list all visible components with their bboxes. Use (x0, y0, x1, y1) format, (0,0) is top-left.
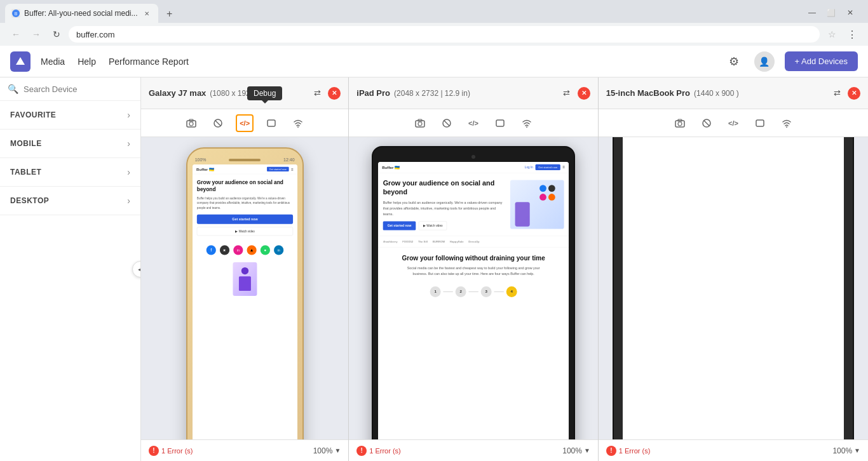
search-icon: 🔍 (8, 84, 18, 94)
address-bar[interactable]: buffer.com (69, 26, 820, 43)
category-label-desktop: DESKTOP (10, 196, 49, 205)
ipad-close-btn[interactable]: ✕ (578, 87, 590, 100)
macbook-dims: (1440 x 900 ) (694, 89, 739, 98)
browser-chrome: B Buffer: All-you-need social medi... ✕ … (0, 0, 868, 46)
macbook-sync-icon[interactable]: ⇄ (830, 86, 844, 100)
forward-btn[interactable]: → (28, 26, 44, 43)
ipad-screen: Buffer 🇺🇦 Log In Get started now ≡ (378, 162, 569, 439)
browser-tab-bar: B Buffer: All-you-need social medi... ✕ … (0, 0, 868, 23)
ipad-screenshot-icon[interactable] (438, 114, 456, 132)
camera-icon[interactable] (182, 114, 200, 132)
svg-rect-8 (268, 120, 275, 126)
gear-icon-btn[interactable]: ⚙ (724, 51, 744, 72)
macbook-errors: 1 Error (s) (619, 447, 651, 455)
minimize-btn[interactable]: — (804, 5, 820, 20)
close-window-btn[interactable]: ✕ (843, 5, 858, 20)
ipad-errors: 1 Error (s) (369, 447, 401, 455)
device-panel-macbook: 15-inch MacBook Pro (1440 x 900 ) ⇄ ✕ </… (599, 77, 868, 461)
macbook-debug-icon[interactable]: </> (724, 114, 742, 132)
sidebar-category-mobile[interactable]: MOBILE › (0, 130, 140, 158)
macbook-error-badge: ! 1 Error (s) (606, 446, 651, 456)
ipad-frame-area: Buffer 🇺🇦 Log In Get started now ≡ (349, 137, 598, 439)
ipad-sync-icon[interactable]: ⇄ (560, 86, 574, 100)
macbook-screenshot-icon[interactable] (698, 114, 715, 132)
chevron-right-icon: › (127, 110, 130, 120)
ipad-status-bar: ! 1 Error (s) 100% ▼ (349, 439, 598, 461)
nav-media[interactable]: Media (41, 57, 65, 67)
search-input[interactable] (24, 84, 133, 94)
macbook-error-icon: ! (606, 446, 616, 456)
svg-rect-15 (496, 120, 504, 126)
svg-point-16 (526, 126, 527, 128)
ipad-rotate-icon[interactable] (491, 114, 509, 132)
galaxy-errors: 1 Error (s) (161, 447, 193, 455)
app-nav: Media Help Performance Report (41, 57, 189, 67)
galaxy-phone-outer: 100% 12:40 Buffer 🇺🇦 Get started now ≡ (186, 147, 304, 439)
device-header-galaxy: Galaxy J7 max (1080 x 1920 | 5.7 in) ⇄ ✕ (141, 77, 348, 109)
back-btn[interactable]: ← (8, 26, 24, 43)
macbook-close-btn[interactable]: ✕ (848, 87, 860, 100)
user-icon-btn[interactable]: 👤 (754, 51, 775, 72)
galaxy-toolbar: </> (141, 109, 348, 137)
ipad-wifi-icon[interactable] (518, 114, 536, 132)
galaxy-zoom[interactable]: 100% ▼ (313, 446, 341, 455)
chevron-right-icon-desktop: › (127, 196, 130, 206)
sidebar-category-tablet[interactable]: TABLET › (0, 158, 140, 187)
svg-point-18 (678, 122, 682, 126)
sidebar-collapse-btn[interactable]: ◀ (132, 261, 141, 277)
ipad-error-icon: ! (356, 446, 367, 456)
galaxy-close-btn[interactable]: ✕ (328, 87, 341, 100)
search-box: 🔍 (0, 77, 140, 101)
device-header-ipad: iPad Pro (2048 x 2732 | 12.9 in) ⇄ ✕ (349, 77, 598, 109)
wifi-icon[interactable] (289, 114, 307, 132)
sidebar-category-favourite[interactable]: FAVOURITE › (0, 101, 140, 130)
device-header-macbook: 15-inch MacBook Pro (1440 x 900 ) ⇄ ✕ (599, 77, 868, 109)
rotate-icon[interactable] (262, 114, 280, 132)
svg-line-7 (215, 121, 220, 126)
ipad-zoom[interactable]: 100% ▼ (562, 446, 590, 455)
add-devices-button[interactable]: + Add Devices (785, 51, 858, 71)
close-tab-btn[interactable]: ✕ (142, 8, 152, 18)
svg-point-4 (189, 122, 193, 126)
svg-line-21 (704, 121, 709, 126)
macbook-zoom[interactable]: 100% ▼ (832, 446, 860, 455)
galaxy-title: Galaxy J7 max (149, 88, 206, 98)
macbook-toolbar: </> (599, 109, 868, 137)
macbook-frame-area: Buffer 🇺🇦 Tabs Stories Pricing Blog Abou… (599, 137, 868, 439)
reload-btn[interactable]: ↻ (48, 26, 65, 43)
svg-point-11 (418, 122, 422, 126)
svg-line-14 (444, 121, 449, 126)
svg-marker-2 (16, 57, 25, 65)
ipad-debug-icon[interactable]: </> (465, 114, 482, 132)
galaxy-error-badge: ! 1 Error (s) (149, 446, 193, 456)
galaxy-sync-icon[interactable]: ⇄ (310, 86, 324, 100)
ipad-error-badge: ! 1 Error (s) (356, 446, 401, 456)
macbook-camera-icon[interactable] (671, 114, 689, 132)
sidebar: 🔍 FAVOURITE › MOBILE › TABLET › DESKTOP … (0, 77, 141, 461)
nav-help[interactable]: Help (78, 57, 96, 67)
ipad-outer: Buffer 🇺🇦 Log In Get started now ≡ (372, 146, 575, 439)
sidebar-category-desktop[interactable]: DESKTOP › (0, 187, 140, 215)
device-panel-galaxy: Galaxy J7 max (1080 x 1920 | 5.7 in) ⇄ ✕… (141, 77, 349, 461)
browser-tab[interactable]: B Buffer: All-you-need social medi... ✕ (5, 4, 158, 23)
macbook-laptop: Buffer 🇺🇦 Tabs Stories Pricing Blog Abou… (613, 137, 854, 439)
ipad-toolbar: </> (349, 109, 598, 137)
tab-title: Buffer: All-you-need social medi... (24, 9, 138, 18)
device-panel-ipad: iPad Pro (2048 x 2732 | 12.9 in) ⇄ ✕ </> (349, 77, 599, 461)
macbook-wifi-icon[interactable] (778, 114, 796, 132)
galaxy-frame-area: 100% 12:40 Buffer 🇺🇦 Get started now ≡ (141, 137, 348, 439)
screenshot-icon[interactable] (209, 114, 227, 132)
error-icon: ! (149, 446, 159, 456)
category-label-favourite: FAVOURITE (10, 110, 56, 119)
debug-tooltip: Debug (247, 86, 282, 100)
debug-icon[interactable]: </> (236, 114, 254, 132)
svg-rect-22 (756, 120, 764, 126)
ipad-camera-icon[interactable] (411, 114, 429, 132)
browser-menu-btn[interactable]: ⋮ (844, 26, 860, 43)
bookmark-btn[interactable]: ☆ (824, 26, 840, 43)
new-tab-btn[interactable]: + (161, 5, 179, 23)
macbook-rotate-icon[interactable] (751, 114, 769, 132)
nav-performance[interactable]: Performance Report (109, 57, 189, 67)
category-label-tablet: TABLET (10, 168, 41, 177)
restore-btn[interactable]: ⬜ (824, 5, 839, 20)
